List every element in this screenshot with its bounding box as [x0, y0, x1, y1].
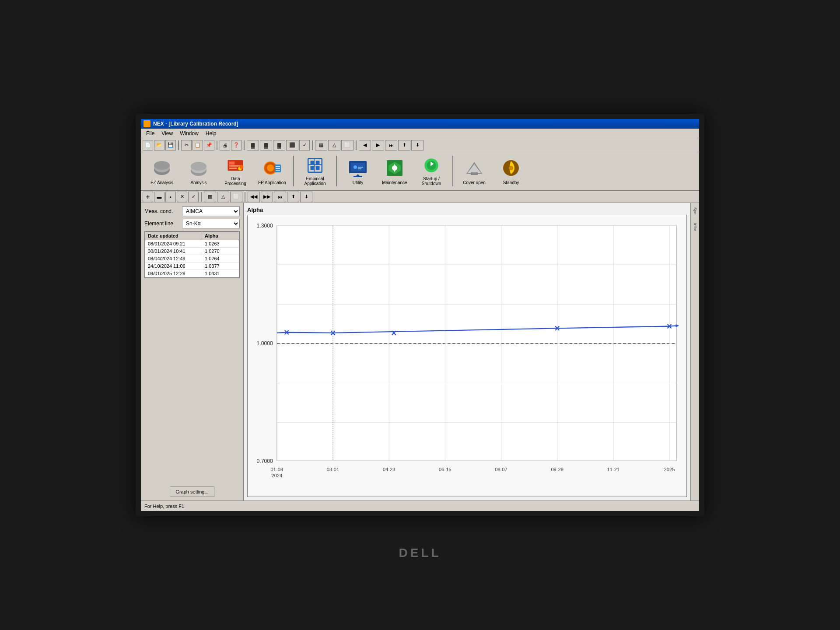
tb2-c[interactable]: ✕ [177, 192, 187, 202]
main-content: Meas. cond. AIMCA Element line Sn-Kα [141, 203, 699, 500]
data-processing-btn[interactable]: Data Processing [218, 154, 253, 188]
meas-cond-label: Meas. cond. [144, 208, 179, 214]
table-row[interactable]: 08/01/2025 12:29 1.0431 [145, 270, 239, 277]
empirical-application-btn[interactable]: Empirical Application [298, 154, 332, 188]
btn-c[interactable]: ▓ [273, 140, 285, 150]
svg-text:04-23: 04-23 [383, 466, 395, 472]
table-row[interactable]: 30/01/2024 10:41 1.0270 [145, 248, 239, 255]
data-table-container: Date updated Alpha 08/01/2024 09:21 1.02… [144, 231, 240, 278]
element-line-select[interactable]: Sn-Kα [182, 219, 240, 228]
tb2-g[interactable]: ◀◀ [248, 192, 260, 202]
cell-date-1: 30/01/2024 10:41 [145, 248, 202, 255]
chart-title: Alpha [247, 206, 687, 213]
new-btn[interactable]: 📄 [143, 140, 153, 150]
svg-rect-19 [311, 161, 315, 165]
svg-rect-43 [277, 225, 677, 461]
cut-btn[interactable]: ✂ [181, 140, 192, 150]
sep-tb2-2 [245, 192, 245, 202]
help-btn[interactable]: ❓ [231, 140, 242, 150]
svg-text:09-29: 09-29 [551, 466, 563, 472]
tb2-d[interactable]: ▦ [204, 192, 216, 202]
data-table: Date updated Alpha 08/01/2024 09:21 1.02… [145, 231, 239, 278]
svg-point-41 [509, 166, 513, 170]
btn-h[interactable]: ◀ [359, 140, 371, 150]
status-text: For Help, press F1 [144, 504, 184, 509]
open-btn[interactable]: 📂 [154, 140, 164, 150]
menu-view[interactable]: View [158, 130, 176, 137]
cell-alpha-3: 1.0377 [202, 262, 239, 270]
sep-tb2-1 [201, 192, 202, 202]
sep4 [312, 140, 313, 150]
svg-rect-18 [308, 158, 322, 172]
table-row[interactable]: 24/10/2024 11:06 1.0377 [145, 262, 239, 270]
svg-rect-21 [311, 166, 315, 170]
btn-check[interactable]: ✓ [299, 140, 310, 150]
left-panel: Meas. cond. AIMCA Element line Sn-Kα [141, 203, 244, 500]
empirical-application-label: Empirical Application [300, 176, 330, 186]
tb2-h[interactable]: ▶▶ [261, 192, 273, 202]
print-btn[interactable]: 🖨 [220, 140, 230, 150]
menu-file[interactable]: File [143, 130, 158, 137]
startup-shutdown-label: Startup / Shutdown [416, 176, 447, 186]
tb2-k[interactable]: ⬇ [300, 192, 312, 202]
col-date: Date updated [145, 232, 202, 240]
side-hint-info: Infor [693, 223, 697, 231]
meas-cond-select[interactable]: AIMCA [182, 206, 240, 216]
ez-analysis-btn[interactable]: EZ Analysis [144, 154, 179, 188]
btn-k[interactable]: ⬆ [398, 140, 410, 150]
tb2-check[interactable]: ✓ [188, 192, 199, 202]
menu-bar: File View Window Help [141, 129, 699, 138]
btn-j[interactable]: ⏭ [385, 140, 397, 150]
btn-b[interactable]: ▓ [260, 140, 272, 150]
menu-window[interactable]: Window [176, 130, 202, 137]
sep1 [178, 140, 179, 150]
cover-open-icon [464, 158, 485, 178]
startup-shutdown-icon [421, 156, 442, 175]
utility-icon [347, 158, 368, 178]
cell-alpha-1: 1.0270 [202, 248, 239, 255]
btn-a[interactable]: ▓ [247, 140, 259, 150]
copy-btn[interactable]: 📋 [192, 140, 203, 150]
menu-help[interactable]: Help [202, 130, 220, 137]
btn-d[interactable]: ⬛ [286, 140, 298, 150]
svg-point-11 [240, 165, 244, 169]
btn-f[interactable]: △ [328, 140, 340, 150]
tb2-b[interactable]: ▪ [165, 192, 176, 202]
cover-open-label: Cover open [463, 180, 486, 185]
utility-btn[interactable]: Utility [340, 154, 375, 188]
tb2-f[interactable]: ⬜ [230, 192, 242, 202]
btn-l[interactable]: ⬇ [411, 140, 424, 150]
startup-shutdown-btn[interactable]: Startup / Shutdown [414, 154, 449, 188]
graph-setting-button[interactable]: Graph setting... [170, 486, 214, 497]
btn-g[interactable]: ⬜ [341, 140, 354, 150]
tb2-plus[interactable]: + [143, 192, 153, 202]
save-btn[interactable]: 💾 [165, 140, 176, 150]
cell-date-2: 08/04/2024 12:49 [145, 255, 202, 262]
table-row[interactable]: 08/04/2024 12:49 1.0264 [145, 255, 239, 262]
btn-i[interactable]: ▶ [372, 140, 384, 150]
cover-open-btn[interactable]: Cover open [457, 154, 492, 188]
tb2-j[interactable]: ⬆ [287, 192, 299, 202]
tb2-i[interactable]: ⏮ [274, 192, 286, 202]
maintenance-btn[interactable]: Maintenance [377, 154, 412, 188]
tb2-a[interactable]: ▬ [154, 192, 164, 202]
data-processing-icon [225, 156, 246, 175]
app-icon [144, 120, 150, 127]
paste-btn[interactable]: 📌 [204, 140, 214, 150]
ez-analysis-label: EZ Analysis [150, 180, 173, 185]
svg-point-2 [154, 161, 170, 170]
tb2-e[interactable]: △ [217, 192, 229, 202]
table-row[interactable]: 08/01/2024 09:21 1.0263 [145, 240, 239, 248]
svg-text:11-21: 11-21 [607, 466, 620, 472]
svg-text:0.7000: 0.7000 [256, 458, 273, 464]
analysis-btn[interactable]: Analysis [181, 154, 216, 188]
sep2 [217, 140, 217, 150]
icon-sep3 [452, 156, 453, 186]
table-header: Date updated Alpha [145, 232, 239, 240]
svg-point-29 [354, 165, 357, 169]
svg-point-33 [392, 165, 397, 171]
standby-btn[interactable]: Standby [494, 154, 528, 188]
svg-point-5 [191, 162, 206, 171]
btn-e[interactable]: ▦ [315, 140, 327, 150]
fp-application-btn[interactable]: FP Application [255, 154, 290, 188]
